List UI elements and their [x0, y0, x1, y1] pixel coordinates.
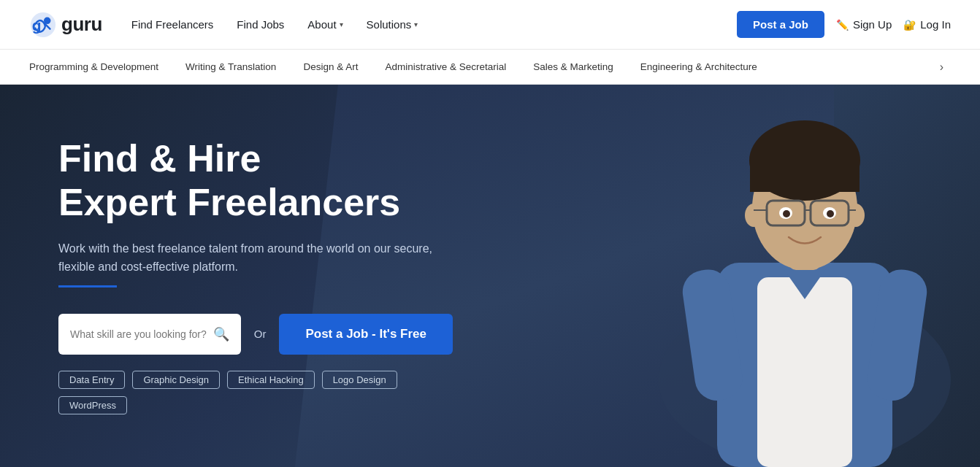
navbar: g guru Find Freelancers Find Jobs About … [0, 0, 980, 50]
login-button[interactable]: 🔐 Log In [903, 18, 951, 31]
or-label: Or [254, 328, 267, 340]
svg-point-19 [783, 210, 790, 217]
svg-rect-9 [750, 159, 860, 192]
svg-point-11 [847, 204, 865, 227]
category-design[interactable]: Design & Art [290, 50, 372, 84]
hero-title: Find & Hire Expert Freelancers [58, 137, 453, 225]
category-sales[interactable]: Sales & Marketing [520, 50, 627, 84]
hero-content: Find & Hire Expert Freelancers Work with… [0, 137, 511, 414]
hero-divider [58, 285, 117, 287]
nav-actions: Post a Job ✏️ Sign Up 🔐 Log In [737, 11, 951, 38]
category-more-chevron-icon[interactable]: › [933, 61, 951, 74]
logo-text: guru [61, 13, 102, 36]
tag-logo-design[interactable]: Logo Design [322, 371, 397, 389]
hero-person-image [629, 88, 980, 467]
search-input[interactable] [70, 328, 213, 340]
svg-rect-5 [757, 277, 852, 467]
search-box[interactable]: 🔍 [58, 314, 241, 355]
signup-button[interactable]: ✏️ Sign Up [836, 18, 892, 31]
hero-section: Find & Hire Expert Freelancers Work with… [0, 85, 980, 467]
category-bar: Programming & Development Writing & Tran… [0, 50, 980, 85]
post-job-hero-button[interactable]: Post a Job - It's Free [279, 314, 453, 355]
category-admin[interactable]: Administrative & Secretarial [372, 50, 520, 84]
solutions-chevron-icon: ▾ [414, 20, 418, 28]
search-row: 🔍 Or Post a Job - It's Free [58, 314, 453, 355]
login-icon: 🔐 [903, 19, 916, 31]
tag-data-entry[interactable]: Data Entry [58, 371, 125, 389]
category-engineering[interactable]: Engineering & Architecture [627, 50, 771, 84]
tag-list: Data Entry Graphic Design Ethical Hackin… [58, 371, 453, 414]
category-writing[interactable]: Writing & Translation [172, 50, 290, 84]
person-svg [637, 88, 973, 467]
guru-logo-icon: g [29, 11, 57, 39]
hero-subtitle: Work with the best freelance talent from… [58, 239, 453, 277]
about-chevron-icon: ▾ [340, 20, 343, 28]
nav-find-jobs[interactable]: Find Jobs [237, 18, 284, 31]
tag-ethical-hacking[interactable]: Ethical Hacking [227, 371, 315, 389]
search-icon[interactable]: 🔍 [213, 326, 229, 342]
tag-graphic-design[interactable]: Graphic Design [132, 371, 220, 389]
tag-wordpress[interactable]: WordPress [58, 396, 127, 414]
signup-icon: ✏️ [836, 19, 849, 31]
svg-point-20 [827, 210, 834, 217]
post-job-button[interactable]: Post a Job [737, 11, 824, 38]
logo[interactable]: g guru [29, 11, 102, 39]
nav-solutions[interactable]: Solutions ▾ [367, 18, 418, 31]
category-programming[interactable]: Programming & Development [29, 50, 172, 84]
nav-find-freelancers[interactable]: Find Freelancers [131, 18, 214, 31]
nav-about[interactable]: About ▾ [307, 18, 342, 31]
svg-point-10 [745, 204, 762, 227]
nav-links: Find Freelancers Find Jobs About ▾ Solut… [131, 18, 737, 31]
